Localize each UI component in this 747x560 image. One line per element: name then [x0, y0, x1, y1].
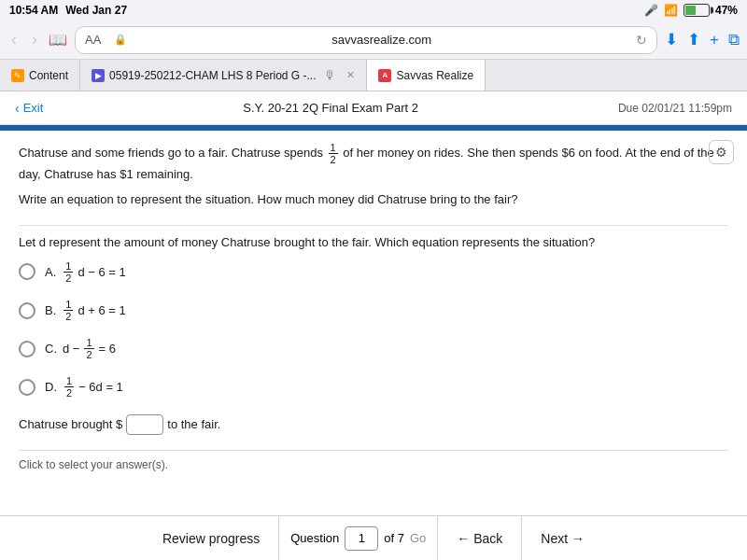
wifi-icon: 📶 [664, 4, 678, 17]
battery-percent: 47% [715, 4, 738, 17]
tab-content-label: Content [29, 69, 68, 82]
go-button[interactable]: Go [410, 531, 426, 545]
instruction-text: Write an equation to represent the situa… [19, 190, 728, 210]
radio-c[interactable] [19, 341, 35, 357]
question-block: Chatruse and some friends go to a fair. … [19, 142, 728, 226]
choice-b[interactable]: B. 12 d + 6 = 1 [19, 299, 728, 322]
content-area: ⚙ Chatruse and some friends go to a fair… [0, 131, 747, 490]
browser-bar: ‹ › 📖 AA 🔒 savvasrealize.com ↻ ⬇ ⬆ + ⧉ [0, 21, 747, 60]
tab-content[interactable]: ✎ Content [0, 60, 80, 91]
forward-nav-button[interactable]: › [28, 28, 41, 51]
choice-a[interactable]: A. 12 d − 6 = 1 [19, 260, 728, 284]
new-tab-button[interactable]: + [710, 31, 719, 49]
bottom-bar: Review progress Question of 7 Go ← Back … [0, 515, 747, 560]
answer-choices: A. 12 d − 6 = 1 B. 12 d + 6 = 1 [19, 260, 728, 399]
radio-a[interactable] [19, 263, 35, 280]
battery-icon [684, 4, 710, 17]
date: Wed Jan 27 [65, 4, 127, 17]
choice-c-label: C. [45, 342, 57, 356]
fill-in-prefix: Chatruse brought $ [19, 417, 122, 431]
url-bar[interactable]: AA 🔒 savvasrealize.com ↻ [75, 26, 657, 54]
choice-d-label: D. [45, 380, 57, 394]
next-button[interactable]: Next → [522, 516, 603, 560]
savvas-tab-icon: A [378, 69, 391, 82]
choice-c-expr: d − 12 = 6 [63, 337, 116, 360]
frac-a: 12 [63, 260, 73, 284]
fraction-half: 1 2 [329, 142, 338, 165]
aa-text: AA [85, 33, 101, 47]
exam-title: S.Y. 20-21 2Q Final Exam Part 2 [243, 101, 418, 115]
settings-gear-button[interactable]: ⚙ [709, 140, 734, 164]
lock-icon: 🔒 [114, 34, 127, 46]
exit-label: Exit [23, 101, 44, 115]
frac-b: 12 [63, 299, 73, 322]
page-header: ‹ Exit S.Y. 20-21 2Q Final Exam Part 2 D… [0, 91, 747, 125]
content-tab-icon: ✎ [11, 69, 24, 82]
download-button[interactable]: ⬇ [665, 30, 678, 49]
tab-class-label: 05919-250212-CHAM LHS 8 Period G -... [109, 69, 316, 82]
main-wrapper: ‹ Exit S.Y. 20-21 2Q Final Exam Part 2 D… [0, 91, 747, 560]
click-note: Click to select your answer(s). [19, 450, 728, 471]
time: 10:54 AM [9, 4, 58, 17]
frac-d: 12 [64, 375, 74, 399]
of-label: of 7 [384, 531, 404, 545]
exit-chevron-icon: ‹ [15, 101, 20, 116]
due-date: Due 02/01/21 11:59pm [618, 102, 732, 115]
back-nav-button[interactable]: ‹ [7, 28, 21, 51]
class-tab-icon: ▶ [92, 69, 105, 82]
scroll-area: ⚙ Chatruse and some friends go to a fair… [0, 131, 747, 515]
click-note-text: Click to select your answer(s). [19, 458, 168, 471]
question-label: Question [290, 531, 339, 545]
fill-in-section: Chatruse brought $ to the fair. [19, 414, 728, 435]
choice-d[interactable]: D. 12 − 6d = 1 [19, 375, 728, 399]
tab-savvas[interactable]: A Savvas Realize [367, 60, 486, 91]
tabs-button[interactable]: ⧉ [728, 31, 740, 49]
tab-close-icon[interactable]: ✕ [346, 69, 355, 81]
bookmarks-icon: 📖 [49, 31, 67, 49]
radio-b[interactable] [19, 302, 35, 319]
radio-d[interactable] [19, 379, 35, 396]
question-nav: Question of 7 Go [279, 516, 438, 560]
review-progress-button[interactable]: Review progress [144, 516, 279, 560]
exit-button[interactable]: ‹ Exit [15, 101, 43, 116]
mic-status-icon: 🎤 [644, 4, 658, 17]
status-bar: 10:54 AM Wed Jan 27 🎤 📶 47% [0, 0, 747, 21]
choice-b-label: B. [45, 303, 56, 317]
choice-a-label: A. [45, 265, 56, 279]
tab-class[interactable]: ▶ 05919-250212-CHAM LHS 8 Period G -... … [80, 60, 367, 91]
question-number-input[interactable] [345, 526, 378, 551]
fill-input[interactable] [126, 414, 163, 435]
browser-actions: ⬇ ⬆ + ⧉ [665, 30, 740, 49]
mic-icon: 🎙 [324, 68, 336, 82]
choice-b-expr: 12 d + 6 = 1 [62, 299, 125, 322]
back-button[interactable]: ← Back [438, 516, 522, 560]
url-text: savvasrealize.com [133, 33, 630, 47]
choice-c[interactable]: C. d − 12 = 6 [19, 337, 728, 360]
fill-in-suffix: to the fair. [167, 417, 220, 431]
share-button[interactable]: ⬆ [687, 30, 700, 49]
choice-a-expr: 12 d − 6 = 1 [62, 260, 125, 284]
reload-icon[interactable]: ↻ [636, 33, 647, 48]
variable-text: Let d represent the amount of money Chat… [19, 235, 728, 249]
choice-d-expr: 12 − 6d = 1 [63, 375, 123, 399]
tabs-bar: ✎ Content ▶ 05919-250212-CHAM LHS 8 Peri… [0, 60, 747, 91]
frac-c: 12 [84, 337, 93, 360]
story-text: Chatruse and some friends go to a fair. … [19, 142, 728, 185]
tab-savvas-label: Savvas Realize [396, 69, 473, 82]
